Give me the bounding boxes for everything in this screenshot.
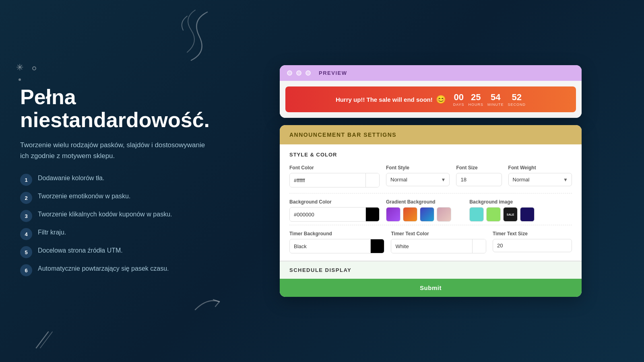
font-weight-select[interactable]: Normal Bold Light <box>508 173 572 186</box>
bg-color-input-wrapper[interactable] <box>289 207 380 222</box>
announcement-bar: Hurry up!! The sale will end soon! 😊 00 … <box>285 86 576 112</box>
page-heading: Pełna niestandardowość. <box>20 86 205 132</box>
font-weight-select-wrapper: Normal Bold Light ▼ <box>508 173 572 186</box>
font-size-input[interactable] <box>456 173 502 186</box>
preview-content: Hurry up!! The sale will end soon! 😊 00 … <box>280 81 582 118</box>
timer-text-size-input[interactable] <box>493 239 572 252</box>
timer-bg-input-wrapper[interactable] <box>289 239 384 253</box>
feature-number: 1 <box>20 174 32 186</box>
list-item: 2 Tworzenie emotikonów w pasku. <box>20 191 205 204</box>
titlebar-dot-2 <box>296 70 301 76</box>
timer-bg-group: Timer Background <box>289 231 384 253</box>
timer-text-color-input-wrapper[interactable] <box>391 239 486 253</box>
gradient-swatch-4[interactable] <box>437 207 451 222</box>
preview-titlebar: PREVIEW <box>280 65 582 81</box>
left-panel: ✳ Pełna niestandardowość. Tworzenie wiel… <box>0 0 225 362</box>
font-settings-row: Font Color Font Style Normal Bold Italic <box>289 165 572 187</box>
font-style-select[interactable]: Normal Bold Italic <box>386 173 450 186</box>
timer-text-color-label: Timer Text Color <box>391 231 486 237</box>
feature-text: Tworzenie emotikonów w pasku. <box>38 191 130 201</box>
timer-bg-label: Timer Background <box>289 231 384 237</box>
timer-text-color-group: Timer Text Color <box>391 231 486 253</box>
timer-text-color-input[interactable] <box>391 240 472 253</box>
gradient-bg-group: Gradient Background <box>386 199 463 222</box>
bg-image-swatch-2[interactable] <box>486 207 501 222</box>
bg-image-swatch-4[interactable] <box>520 207 535 222</box>
font-weight-label: Font Weight <box>508 165 572 171</box>
list-item: 4 Filtr kraju. <box>20 228 205 240</box>
timer-settings-row: Timer Background Timer Text Color Timer … <box>289 231 572 253</box>
feature-list: 1 Dodawanie kolorów tła. 2 Tworzenie emo… <box>20 173 205 276</box>
preview-label: PREVIEW <box>319 70 347 76</box>
bg-image-label: Background image <box>469 199 572 205</box>
feature-text: Tworzenie klikalnych kodów kuponów w pas… <box>38 210 172 219</box>
font-color-group: Font Color <box>289 165 380 187</box>
feature-text: Filtr kraju. <box>38 228 66 237</box>
font-size-label: Font Size <box>456 165 502 171</box>
circle-deco <box>32 66 36 70</box>
divider-2 <box>289 225 572 225</box>
font-color-swatch[interactable] <box>365 173 379 187</box>
bg-image-options: SALE <box>469 207 572 222</box>
font-weight-group: Font Weight Normal Bold Light ▼ <box>508 165 572 186</box>
settings-title: ANNOUNCEMENT BAR SETTIGNS <box>289 132 396 138</box>
slash-deco <box>32 330 56 350</box>
list-item: 6 Automatycznie powtarzający się pasek c… <box>20 264 205 276</box>
countdown-days: 00 DAYS <box>453 92 464 107</box>
font-style-group: Font Style Normal Bold Italic ▼ <box>386 165 450 186</box>
right-panel: PREVIEW Hurry up!! The sale will end soo… <box>225 0 644 362</box>
bg-color-label: Background Color <box>289 199 380 205</box>
list-item: 3 Tworzenie klikalnych kodów kuponów w p… <box>20 210 205 222</box>
font-size-group: Font Size <box>456 165 502 186</box>
bg-image-group: Background image SALE <box>469 199 572 222</box>
font-color-input-wrapper[interactable] <box>289 173 380 187</box>
settings-header: ANNOUNCEMENT BAR SETTIGNS <box>280 125 582 144</box>
feature-number: 6 <box>20 264 32 276</box>
timer-text-size-label: Timer Text Size <box>493 231 572 237</box>
titlebar-dot-1 <box>287 70 292 76</box>
feature-number: 3 <box>20 210 32 222</box>
settings-body: STYLE & COLOR Font Color Font Style Norm… <box>280 144 582 261</box>
style-color-title: STYLE & COLOR <box>289 152 572 159</box>
titlebar-dot-3 <box>305 70 311 76</box>
font-color-input[interactable] <box>290 174 365 187</box>
bar-text: Hurry up!! The sale will end soon! 😊 <box>336 95 446 104</box>
page-subtitle: Tworzenie wielu rodzajów pasków, slajdów… <box>20 140 205 161</box>
bar-emoji: 😊 <box>436 95 446 104</box>
font-style-label: Font Style <box>386 165 450 171</box>
bg-image-swatch-1[interactable] <box>469 207 484 222</box>
bg-settings-row: Background Color Gradient Background <box>289 199 572 222</box>
gradient-swatch-3[interactable] <box>420 207 434 222</box>
feature-number: 4 <box>20 228 32 240</box>
arrow-deco <box>191 290 223 314</box>
settings-panel: ANNOUNCEMENT BAR SETTIGNS STYLE & COLOR … <box>280 125 582 297</box>
countdown-timer: 00 DAYS 25 HOURS 54 MINUTE 52 SECOND <box>453 92 526 107</box>
timer-bg-input[interactable] <box>290 240 370 253</box>
dot-deco <box>19 78 21 81</box>
gradient-swatch-1[interactable] <box>386 207 400 222</box>
timer-text-size-group: Timer Text Size <box>493 231 572 252</box>
timer-bg-swatch[interactable] <box>370 239 384 253</box>
schedule-section: SCHEDULE DISPLAY <box>280 261 582 279</box>
font-style-select-wrapper: Normal Bold Italic ▼ <box>386 173 450 186</box>
gradient-options <box>386 207 463 222</box>
list-item: 5 Docelowa strona źródła UTM. <box>20 246 205 258</box>
gradient-swatch-2[interactable] <box>403 207 417 222</box>
bg-color-swatch[interactable] <box>365 208 379 221</box>
font-color-label: Font Color <box>289 165 380 171</box>
list-item: 1 Dodawanie kolorów tła. <box>20 173 205 186</box>
bg-image-swatch-3[interactable]: SALE <box>503 207 518 222</box>
star-icon: ✳ <box>16 62 23 73</box>
countdown-minute: 54 MINUTE <box>487 92 504 107</box>
bg-color-input[interactable] <box>290 208 365 221</box>
bar-message: Hurry up!! The sale will end soon! <box>336 96 433 103</box>
feature-number: 5 <box>20 246 32 258</box>
submit-button[interactable]: Submit <box>280 279 582 297</box>
feature-number: 2 <box>20 192 32 204</box>
feature-text: Automatycznie powtarzający się pasek cza… <box>38 264 169 274</box>
countdown-second: 52 SECOND <box>508 92 526 107</box>
timer-text-color-swatch[interactable] <box>472 239 486 253</box>
preview-window: PREVIEW Hurry up!! The sale will end soo… <box>280 65 582 118</box>
divider-1 <box>289 193 572 193</box>
countdown-hours: 25 HOURS <box>469 92 484 107</box>
